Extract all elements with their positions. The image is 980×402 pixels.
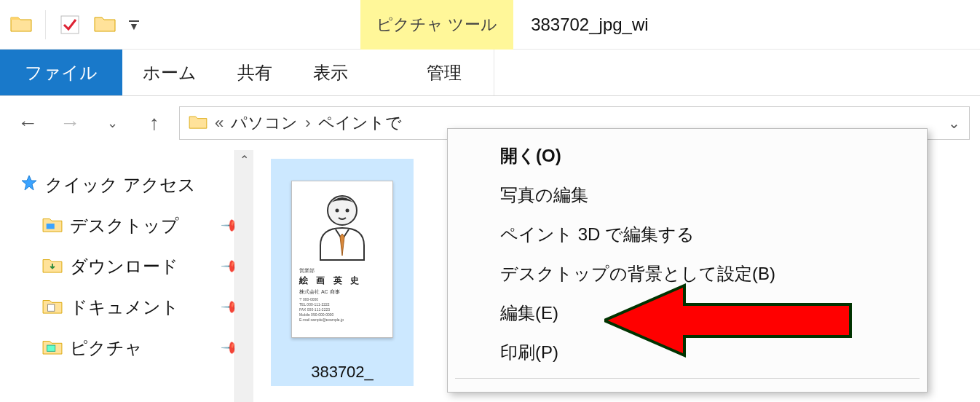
up-button[interactable]: ↑ [137,106,172,141]
tab-manage[interactable]: 管理 [395,50,494,95]
svg-rect-2 [48,304,55,311]
folder-icon [42,215,63,237]
sidebar-item-quick-access[interactable]: クイック アクセス [20,165,243,205]
sidebar-item-label: クイック アクセス [45,173,196,197]
sidebar-item-label: ダウンロード [70,255,178,278]
menu-item-print[interactable]: 印刷(P) [448,333,927,372]
scroll-up-icon[interactable]: ⌃ [235,150,253,169]
menu-item-edit[interactable]: 編集(E) [448,293,927,333]
folder-icon [10,13,32,36]
new-folder-icon[interactable] [94,13,116,36]
forward-button[interactable]: → [52,106,87,141]
folder-icon [42,256,63,277]
title-bar: ▼ ピクチャ ツール 383702_jpg_wi [0,0,980,50]
quick-access-star-icon [20,174,38,196]
separator [45,10,46,39]
tab-file[interactable]: ファイル [0,50,122,95]
menu-separator [455,378,920,379]
tab-view[interactable]: 表示 [293,50,368,95]
menu-item-paint-3d[interactable]: ペイント 3D で編集する [448,215,927,254]
folder-icon [42,296,63,318]
svg-rect-3 [47,345,55,351]
quick-access-toolbar: ▼ [0,10,149,39]
properties-check-icon[interactable] [59,15,81,34]
recent-dropdown-icon[interactable]: ⌄ [95,106,130,141]
tab-share[interactable]: 共有 [217,50,293,95]
card-details: 〒000-0000TEL 000-111-2222FAX 000-111-222… [299,297,385,323]
svg-point-5 [336,209,339,213]
card-company: 株式会社 AC 商事 [299,288,385,296]
window-title: 383702_jpg_wi [531,15,648,35]
sidebar-item-documents[interactable]: ドキュメント 📌 [20,287,243,328]
context-menu: 開く(O) 写真の編集 ペイント 3D で編集する デスクトップの背景として設定… [447,128,928,393]
svg-rect-1 [47,224,55,229]
avatar-illustration-icon [309,189,375,261]
chevron-right-icon: › [305,114,310,133]
thumbnail-caption[interactable]: 383702_ [271,360,414,386]
menu-item-edit-photo[interactable]: 写真の編集 [448,176,927,215]
card-person-name: 絵 画 英 史 [299,275,385,287]
navigation-pane: クイック アクセス デスクトップ 📌 ダウンロード 📌 ドキュメント 📌 [0,150,253,402]
sidebar-scrollbar[interactable]: ⌃ [234,150,253,402]
sidebar-item-label: ピクチャ [70,336,143,360]
breadcrumb-prefix: « [215,114,224,133]
menu-item-open[interactable]: 開く(O) [448,136,927,176]
menu-item-set-background[interactable]: デスクトップの背景として設定(B) [448,254,927,293]
sidebar-item-label: デスクトップ [70,214,179,237]
contextual-tab-picture-tools: ピクチャ ツール [360,0,513,50]
sidebar-item-pictures[interactable]: ピクチャ 📌 [20,328,243,368]
ribbon-tabs: ファイル ホーム 共有 表示 管理 [0,50,980,96]
back-button[interactable]: ← [10,106,45,141]
breadcrumb-seg-1[interactable]: パソコン [231,112,298,134]
folder-icon [42,337,63,359]
address-dropdown-icon[interactable]: ⌄ [948,114,960,132]
sidebar-item-desktop[interactable]: デスクトップ 📌 [20,205,243,246]
tab-home[interactable]: ホーム [122,50,217,95]
breadcrumb-seg-2[interactable]: ペイントで [318,112,402,134]
card-text: 営業部 絵 画 英 史 株式会社 AC 商事 〒000-0000TEL 000-… [299,266,385,323]
svg-point-6 [346,209,349,213]
card-department: 営業部 [299,267,385,275]
folder-icon [189,113,208,133]
file-thumbnail[interactable]: 営業部 絵 画 英 史 株式会社 AC 商事 〒000-0000TEL 000-… [271,159,414,386]
thumbnail-card: 営業部 絵 画 英 史 株式会社 AC 商事 〒000-0000TEL 000-… [291,181,393,338]
sidebar-item-downloads[interactable]: ダウンロード 📌 [20,246,243,287]
svg-rect-0 [61,16,79,34]
thumbnail-selection: 営業部 絵 画 英 史 株式会社 AC 商事 〒000-0000TEL 000-… [271,159,414,360]
sidebar-item-label: ドキュメント [70,296,179,319]
qat-dropdown-icon[interactable]: ▼ [129,20,139,28]
